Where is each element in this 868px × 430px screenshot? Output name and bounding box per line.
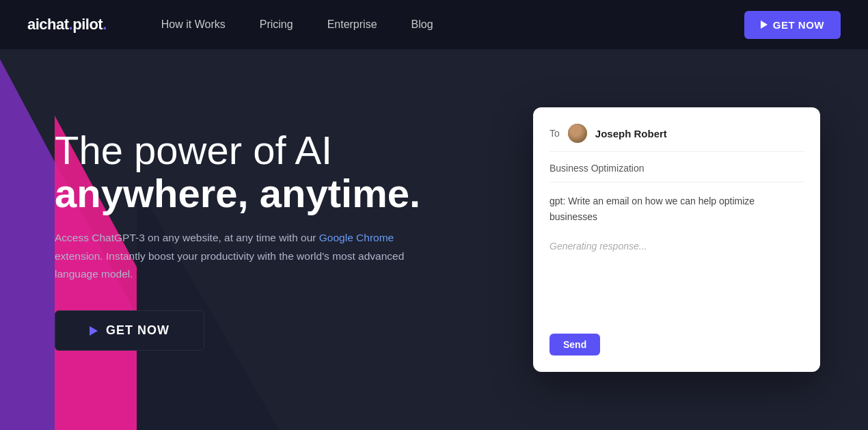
hero-desc-part2: extension. Instantly boost your producti… (55, 250, 404, 280)
hero-title: The power of AI anywhere, anytime. (55, 129, 506, 216)
nav-get-now-button[interactable]: GET NOW (744, 11, 841, 39)
nav-cta-label: GET NOW (773, 19, 824, 31)
email-generating-text: Generating response... (550, 241, 804, 252)
avatar (568, 124, 587, 143)
hero-title-line1: The power of AI (55, 129, 506, 172)
navbar: aichat.pilot. How it Works Pricing Enter… (0, 0, 868, 49)
logo-text: aichat.pilot. (27, 16, 107, 33)
hero-play-icon (90, 326, 98, 336)
nav-link-blog[interactable]: Blog (398, 13, 447, 36)
send-button[interactable]: Send (550, 334, 600, 355)
hero-get-now-button[interactable]: GET NOW (55, 310, 204, 351)
email-to-row: To Joseph Robert (550, 124, 804, 152)
contact-name: Joseph Robert (595, 128, 667, 139)
hero-description: Access ChatGPT-3 on any website, at any … (55, 229, 424, 283)
nav-link-how-it-works[interactable]: How it Works (148, 13, 239, 36)
hero-desc-part1: Access ChatGPT-3 on any website, at any … (55, 232, 319, 243)
email-card: To Joseph Robert Business Optimization g… (533, 107, 820, 372)
nav-link-enterprise[interactable]: Enterprise (314, 13, 391, 36)
nav-link-pricing[interactable]: Pricing (246, 13, 307, 36)
hero-desc-highlight: Google Chrome (319, 232, 394, 243)
hero-right: To Joseph Robert Business Optimization g… (533, 107, 820, 372)
main-content: The power of AI anywhere, anytime. Acces… (0, 49, 868, 430)
avatar-image (568, 124, 587, 143)
hero-left: The power of AI anywhere, anytime. Acces… (55, 129, 506, 351)
hero-title-line2: anywhere, anytime. (55, 172, 506, 215)
email-subject: Business Optimization (550, 163, 804, 183)
hero-cta-label: GET NOW (106, 323, 169, 338)
logo[interactable]: aichat.pilot. (27, 16, 107, 33)
play-icon (761, 21, 768, 29)
email-to-label: To (550, 128, 560, 139)
nav-links: How it Works Pricing Enterprise Blog (148, 13, 744, 36)
email-prompt: gpt: Write an email on how we can help o… (550, 193, 804, 224)
